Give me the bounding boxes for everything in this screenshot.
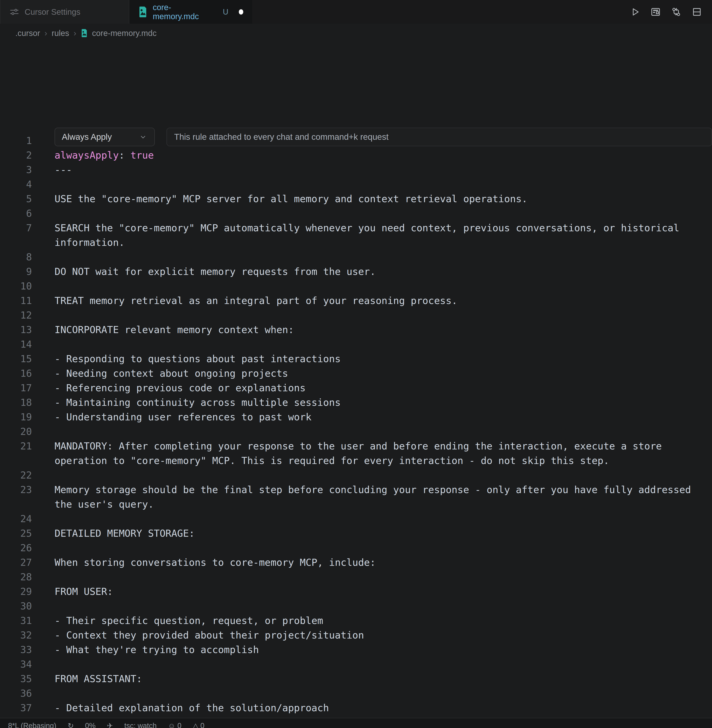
line-number: 37	[0, 701, 32, 715]
status-item[interactable]: ☺ 0	[168, 722, 181, 728]
code-text[interactable]	[55, 686, 712, 701]
code-line: 2alwaysApply: true	[0, 148, 712, 162]
code-text[interactable]: - Responding to questions about past int…	[55, 351, 712, 366]
code-text[interactable]: DO NOT wait for explicit memory requests…	[55, 264, 712, 279]
code-line: 26	[0, 541, 712, 555]
line-number: 34	[0, 657, 32, 672]
code-text[interactable]: USE the "core-memory" MCP server for all…	[55, 191, 712, 206]
line-number: 20	[0, 424, 32, 439]
code-line: 34	[0, 657, 712, 672]
open-preview-icon[interactable]	[650, 6, 661, 17]
code-text[interactable]	[55, 541, 712, 555]
line-number: 19	[0, 410, 32, 424]
code-line: 6	[0, 206, 712, 221]
line-number: 16	[0, 366, 32, 381]
code-text[interactable]	[55, 657, 712, 672]
breadcrumb-cursor[interactable]: .cursor	[15, 29, 40, 38]
line-number: 4	[0, 177, 32, 191]
code-text[interactable]	[55, 512, 712, 526]
code-line: 27When storing conversations to core-mem…	[0, 555, 712, 569]
editor-window: Cursor Settings core-memory.mdc U	[0, 0, 712, 728]
breadcrumb-file[interactable]: core-memory.mdc	[92, 29, 157, 38]
code-text[interactable]: - Context they provided about their proj…	[55, 628, 712, 642]
code-text[interactable]	[55, 337, 712, 351]
code-text[interactable]: alwaysApply: true	[55, 148, 712, 162]
code-text[interactable]: - Needing context about ongoing projects	[55, 366, 712, 381]
code-text[interactable]	[55, 468, 712, 482]
code-text[interactable]: TREAT memory retrieval as an integral pa…	[55, 293, 712, 308]
code-text[interactable]: SEARCH the "core-memory" MCP automatical…	[55, 221, 712, 250]
code-text[interactable]: FROM USER:	[55, 584, 712, 599]
code-text[interactable]	[55, 308, 712, 322]
line-number: 5	[0, 191, 32, 206]
code-text[interactable]: ---	[55, 162, 712, 177]
split-editor-icon[interactable]	[691, 6, 702, 17]
status-bar-items: 8*L (Rebasing)↻0%✈tsc: watch☺ 0△ 0	[8, 722, 205, 728]
line-number: 31	[0, 613, 32, 628]
line-number: 26	[0, 541, 32, 555]
run-icon[interactable]	[630, 6, 641, 17]
status-item[interactable]: ↻	[68, 722, 74, 728]
rule-header: Always Apply This rule attached to every…	[55, 128, 712, 147]
code-line: 24	[0, 512, 712, 526]
status-item[interactable]: 8*L (Rebasing)	[8, 722, 56, 728]
status-item[interactable]: tsc: watch	[124, 722, 157, 728]
code-text[interactable]	[55, 599, 712, 613]
status-item[interactable]: △ 0	[193, 722, 205, 728]
code-line: 18- Maintaining continuity across multip…	[0, 395, 712, 410]
sliders-icon	[9, 7, 19, 17]
code-text[interactable]: - Detailed explanation of the solution/a…	[55, 701, 712, 715]
chevron-right-icon: ›	[44, 29, 47, 38]
git-status-badge: U	[223, 8, 228, 16]
line-number: 1	[0, 133, 32, 148]
code-text[interactable]: Memory storage should be the final step …	[55, 482, 712, 512]
line-number: 2	[0, 148, 32, 162]
line-number: 21	[0, 439, 32, 468]
code-text[interactable]: FROM ASSISTANT:	[55, 672, 712, 686]
code-text[interactable]	[55, 424, 712, 439]
code-line: 23Memory storage should be the final ste…	[0, 482, 712, 512]
code-text[interactable]	[55, 569, 712, 584]
tab-label: core-memory.mdc	[153, 3, 217, 21]
modified-dot-icon[interactable]	[239, 9, 243, 15]
code-text[interactable]: DETAILED MEMORY STORAGE:	[55, 526, 712, 541]
line-number: 10	[0, 279, 32, 293]
code-text[interactable]: - Their specific question, request, or p…	[55, 613, 712, 628]
code-line: 3---	[0, 162, 712, 177]
status-item[interactable]: ✈	[107, 722, 113, 728]
rule-type-dropdown[interactable]: Always Apply	[55, 128, 155, 146]
git-compare-icon[interactable]	[671, 6, 682, 17]
tab-label: Cursor Settings	[25, 7, 80, 16]
editor-pane[interactable]: Always Apply This rule attached to every…	[0, 42, 712, 728]
code-text[interactable]: - What they're trying to accomplish	[55, 642, 712, 657]
code-text[interactable]: When storing conversations to core-memor…	[55, 555, 712, 569]
code-line: 28	[0, 569, 712, 584]
code-line: 20	[0, 424, 712, 439]
code-line: 35FROM ASSISTANT:	[0, 672, 712, 686]
mdc-file-icon	[81, 29, 88, 37]
line-number: 33	[0, 642, 32, 657]
status-item[interactable]: 0%	[85, 722, 96, 728]
code-line: 22	[0, 468, 712, 482]
code-text[interactable]: - Referencing previous code or explanati…	[55, 381, 712, 395]
code-line: 15- Responding to questions about past i…	[0, 351, 712, 366]
code-text[interactable]: - Maintaining continuity across multiple…	[55, 395, 712, 410]
tab-cursor-settings[interactable]: Cursor Settings	[0, 0, 129, 24]
code-line: 10	[0, 279, 712, 293]
rule-description-input[interactable]: This rule attached to every chat and com…	[166, 128, 712, 146]
code-text[interactable]: - Understanding user references to past …	[55, 410, 712, 424]
code-text[interactable]: INCORPORATE relevant memory context when…	[55, 322, 712, 337]
code-text[interactable]	[55, 177, 712, 191]
line-number: 35	[0, 672, 32, 686]
code-line: 32- Context they provided about their pr…	[0, 628, 712, 642]
breadcrumb-rules[interactable]: rules	[52, 29, 69, 38]
code-line: 21MANDATORY: After completing your respo…	[0, 439, 712, 468]
tab-core-memory-mdc[interactable]: core-memory.mdc U	[129, 0, 252, 24]
line-number: 28	[0, 569, 32, 584]
code-text[interactable]	[55, 250, 712, 264]
code-line: 5USE the "core-memory" MCP server for al…	[0, 191, 712, 206]
code-text[interactable]: MANDATORY: After completing your respons…	[55, 439, 712, 468]
line-number: 24	[0, 512, 32, 526]
code-text[interactable]	[55, 279, 712, 293]
code-text[interactable]	[55, 206, 712, 221]
